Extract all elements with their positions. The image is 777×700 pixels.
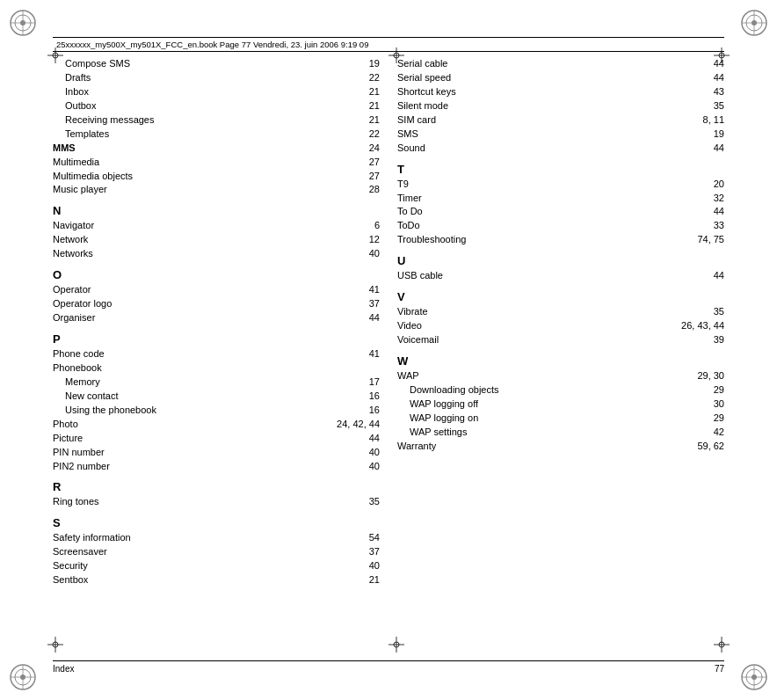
list-item: New contact 16	[53, 390, 380, 404]
list-item: SIM card 8, 11	[397, 113, 724, 128]
section-letter-t: T	[397, 163, 724, 176]
list-item: Sound 44	[397, 142, 724, 156]
list-item: Outbox 21	[53, 99, 380, 113]
list-item: Ring tones 35	[53, 495, 380, 509]
page-footer: Index 77	[53, 660, 724, 674]
list-item: WAP logging off 30	[397, 397, 724, 412]
list-item: Silent mode 35	[397, 99, 724, 113]
list-item: PIN number 40	[53, 446, 380, 460]
corner-decoration-tr	[738, 7, 770, 39]
list-item: Downloading objects 29	[397, 383, 724, 397]
list-item: Photo 24, 42, 44	[53, 418, 380, 432]
list-item: Vibrate 35	[397, 305, 724, 319]
list-item: Safety information 54	[53, 531, 380, 545]
page-header: 25xxxxxx_my500X_my501X_FCC_en.book Page …	[53, 37, 724, 52]
corner-decoration-tl	[7, 7, 39, 39]
list-item: SMS 19	[397, 128, 724, 142]
list-item: Drafts 22	[53, 71, 380, 85]
list-item: WAP 29, 30	[397, 369, 724, 383]
section-letter-s: S	[53, 516, 380, 529]
list-item: To Do 44	[397, 205, 724, 219]
list-item: Networks 40	[53, 247, 380, 261]
section-letter-r: R	[53, 480, 380, 493]
list-item: Video 26, 43, 44	[397, 319, 724, 333]
list-item: Phonebook	[53, 361, 380, 376]
list-item: Memory 17	[53, 376, 380, 390]
header-text: 25xxxxxx_my500X_my501X_FCC_en.book Page …	[56, 40, 368, 49]
list-item: Multimedia objects 27	[53, 170, 380, 184]
section-letter-p: P	[53, 332, 380, 346]
list-item: Multimedia 27	[53, 156, 380, 170]
list-item: Warranty 59, 62	[397, 440, 724, 454]
section-letter-n: N	[53, 204, 380, 217]
list-item: Music player 28	[53, 183, 380, 197]
footer-page-number: 77	[715, 664, 724, 674]
list-item: Operator logo 37	[53, 297, 380, 311]
footer-label: Index	[53, 664, 74, 674]
left-column: Compose SMS 19 Drafts 22 Inbox 21 Outbox…	[53, 57, 388, 652]
main-content: Compose SMS 19 Drafts 22 Inbox 21 Outbox…	[53, 57, 724, 652]
list-item: Compose SMS 19	[53, 57, 380, 71]
right-column: Serial cable 44 Serial speed 44 Shortcut…	[388, 57, 724, 652]
list-item: Serial cable 44	[397, 57, 724, 71]
list-item: WAP logging on 29	[397, 412, 724, 426]
list-item: T9 20	[397, 178, 724, 192]
section-letter-u: U	[397, 254, 724, 267]
list-item: Navigator 6	[53, 219, 380, 233]
corner-decoration-br	[738, 661, 770, 693]
list-item: Organiser 44	[53, 311, 380, 325]
using-the-phonebook-entry: Using the phonebook 16	[53, 404, 380, 418]
section-letter-o: O	[53, 268, 380, 281]
list-item: Templates 22	[53, 128, 380, 142]
section-letter-v: V	[397, 290, 724, 303]
list-item: PIN2 number 40	[53, 460, 380, 474]
list-item: ToDo 33	[397, 219, 724, 233]
list-item: Phone code 41	[53, 347, 380, 361]
list-item: Network 12	[53, 233, 380, 247]
section-letter-w: W	[397, 354, 724, 368]
list-item: MMS 24	[53, 142, 380, 156]
list-item: Inbox 21	[53, 85, 380, 99]
list-item: Voicemail 39	[397, 333, 724, 347]
list-item: Timer 32	[397, 192, 724, 206]
list-item: Serial speed 44	[397, 71, 724, 85]
list-item: Receiving messages 21	[53, 113, 380, 128]
list-item: Picture 44	[53, 432, 380, 446]
list-item: Security 40	[53, 559, 380, 573]
list-item: Screensaver 37	[53, 545, 380, 559]
list-item: Sentbox 21	[53, 573, 380, 587]
list-item: Operator 41	[53, 283, 380, 297]
list-item: Shortcut keys 43	[397, 85, 724, 99]
list-item: Troubleshooting 74, 75	[397, 233, 724, 247]
list-item: WAP settings 42	[397, 426, 724, 440]
list-item: USB cable 44	[397, 269, 724, 283]
corner-decoration-bl	[7, 661, 39, 693]
